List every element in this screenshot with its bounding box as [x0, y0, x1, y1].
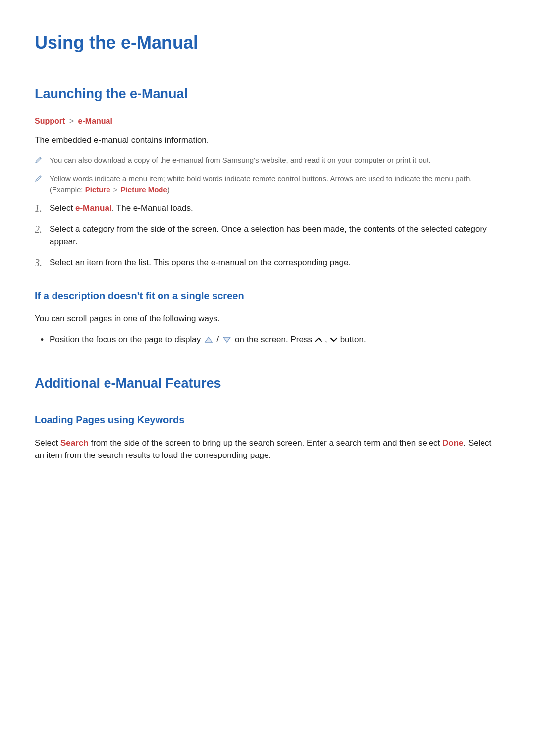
pencil-icon: [35, 174, 50, 182]
keywords-paragraph: Select Search from the side of the scree…: [35, 437, 500, 461]
menu-item-picture: Picture: [85, 185, 110, 194]
note-item: You can also download a copy of the e-ma…: [35, 155, 500, 166]
svg-marker-0: [205, 337, 212, 342]
page-title: Using the e-Manual: [35, 30, 500, 55]
menu-item-picture-mode: Picture Mode: [121, 185, 167, 194]
breadcrumb-separator: >: [111, 185, 120, 194]
bullet-list: Position the focus on the page to displa…: [35, 333, 500, 346]
intro-text: The embedded e-manual contains informati…: [35, 134, 500, 147]
chevron-up-icon: [314, 336, 323, 343]
step-item: Select e-Manual. The e-Manual loads.: [35, 202, 500, 215]
scroll-down-soft-icon: [221, 335, 232, 344]
svg-marker-1: [223, 337, 230, 342]
bullet-item: Position the focus on the page to displa…: [35, 333, 500, 346]
section-heading-additional: Additional e-Manual Features: [35, 374, 500, 393]
scroll-intro: You can scroll pages in one of the follo…: [35, 313, 500, 325]
note-text: You can also download a copy of the e-ma…: [50, 155, 500, 166]
breadcrumb-emanual: e-Manual: [78, 117, 112, 125]
breadcrumb-separator: >: [69, 117, 74, 125]
note-text: Yellow words indicate a menu item; white…: [50, 173, 500, 196]
subsection-heading-keywords: Loading Pages using Keywords: [35, 413, 500, 427]
scroll-up-soft-icon: [203, 335, 214, 344]
pencil-icon: [35, 156, 50, 164]
menu-item-done: Done: [442, 438, 464, 448]
menu-path-breadcrumb: Support > e-Manual: [35, 115, 500, 127]
menu-item-emanual: e-Manual: [75, 203, 112, 213]
menu-item-search: Search: [60, 438, 89, 448]
steps-list: Select e-Manual. The e-Manual loads. Sel…: [35, 202, 500, 269]
step-item: Select a category from the side of the s…: [35, 223, 500, 248]
chevron-down-icon: [329, 336, 338, 343]
step-item: Select an item from the list. This opens…: [35, 257, 500, 269]
note-list: You can also download a copy of the e-ma…: [35, 155, 500, 196]
section-heading-launching: Launching the e-Manual: [35, 84, 500, 103]
breadcrumb-support: Support: [35, 117, 65, 125]
note-item: Yellow words indicate a menu item; white…: [35, 173, 500, 196]
subsection-heading-scroll: If a description doesn't fit on a single…: [35, 289, 500, 303]
